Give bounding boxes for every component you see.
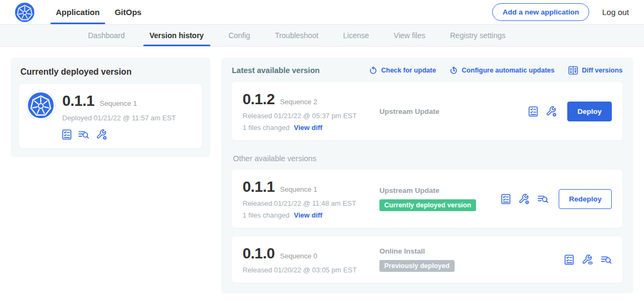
refresh-icon bbox=[369, 67, 377, 75]
available-versions-panel: Latest available version Check for updat… bbox=[221, 57, 633, 293]
released-timestamp: Released 01/21/22 @ 05:37 pm EST bbox=[243, 112, 379, 120]
config-gear-icon[interactable] bbox=[546, 106, 557, 117]
version-source-label: Upstream Update bbox=[379, 186, 496, 194]
preflight-checklist-icon[interactable] bbox=[529, 106, 538, 117]
version-number: 0.1.0 bbox=[243, 245, 275, 262]
version-number: 0.1.1 bbox=[243, 178, 275, 196]
redeploy-button[interactable]: Redeploy bbox=[559, 189, 612, 209]
sequence-label: Sequence 0 bbox=[280, 252, 317, 260]
preflight-checklist-icon[interactable] bbox=[62, 129, 71, 140]
tab-gitops[interactable]: GitOps bbox=[107, 0, 149, 24]
tab-troubleshoot[interactable]: Troubleshoot bbox=[267, 25, 326, 46]
tab-registry-settings[interactable]: Registry settings bbox=[442, 25, 513, 46]
sequence-label: Sequence 1 bbox=[280, 185, 317, 193]
version-card-0-1-1: 0.1.1 Sequence 1 Released 01/21/22 @ 11:… bbox=[232, 170, 623, 228]
app-header: Application GitOps Add a new application… bbox=[0, 0, 644, 25]
version-source-label: Upstream Update bbox=[379, 107, 523, 116]
app-subnav: Dashboard Version history Config Trouble… bbox=[0, 25, 644, 47]
diff-versions-link[interactable]: Diff versions bbox=[568, 66, 623, 75]
deploy-logs-icon[interactable] bbox=[78, 130, 89, 139]
tab-license[interactable]: License bbox=[335, 25, 376, 46]
currently-deployed-title: Currently deployed version bbox=[20, 67, 202, 77]
schedule-icon bbox=[450, 67, 458, 75]
deploy-button[interactable]: Deploy bbox=[567, 102, 612, 121]
tab-config[interactable]: Config bbox=[221, 25, 258, 46]
preflight-checklist-icon[interactable] bbox=[501, 194, 510, 204]
sequence-label: Sequence 2 bbox=[280, 98, 317, 106]
tab-application[interactable]: Application bbox=[48, 0, 107, 24]
logout-button[interactable]: Log out bbox=[602, 8, 629, 17]
tab-view-files[interactable]: View files bbox=[386, 25, 433, 46]
version-number: 0.1.2 bbox=[243, 91, 275, 108]
version-source-label: Online Install bbox=[379, 247, 559, 255]
deploy-logs-icon[interactable] bbox=[601, 255, 612, 264]
deployed-timestamp: Deployed 01/21/22 @ 11:57 am EST bbox=[62, 114, 176, 122]
other-versions-heading: Other available versions bbox=[233, 154, 621, 163]
preflight-checklist-icon[interactable] bbox=[565, 255, 574, 265]
version-card-0-1-0: 0.1.0 Sequence 0 Released 01/20/22 @ 03:… bbox=[232, 236, 623, 283]
tab-dashboard[interactable]: Dashboard bbox=[80, 25, 133, 46]
tab-version-history[interactable]: Version history bbox=[142, 25, 211, 46]
configure-automatic-updates-link[interactable]: Configure automatic updates bbox=[450, 67, 554, 75]
check-for-update-link[interactable]: Check for update bbox=[369, 67, 436, 75]
files-changed-label: 1 files changed bbox=[243, 124, 289, 132]
diff-icon bbox=[568, 66, 578, 75]
deploy-logs-icon[interactable] bbox=[538, 194, 548, 204]
version-card-0-1-2: 0.1.2 Sequence 2 Released 01/21/22 @ 05:… bbox=[232, 82, 623, 140]
deployed-version-card: 0.1.1 Sequence 1 Deployed 01/21/22 @ 11:… bbox=[19, 84, 202, 148]
add-application-button[interactable]: Add a new application bbox=[492, 3, 589, 21]
files-changed-label: 1 files changed bbox=[243, 211, 289, 219]
deployed-sequence-label: Sequence 1 bbox=[100, 99, 137, 107]
previously-deployed-badge: Previously deployed bbox=[379, 260, 455, 272]
currently-deployed-panel: Currently deployed version 0.1.1 Sequenc… bbox=[11, 57, 210, 157]
view-diff-link[interactable]: View diff bbox=[294, 124, 322, 132]
app-icon bbox=[28, 92, 54, 118]
config-gear-icon[interactable] bbox=[518, 193, 530, 205]
config-gear-icon[interactable] bbox=[96, 129, 107, 140]
released-timestamp: Released 01/20/22 @ 03:05 pm EST bbox=[243, 266, 379, 274]
currently-deployed-badge: Currently deployed version bbox=[379, 199, 476, 211]
view-diff-link[interactable]: View diff bbox=[294, 211, 322, 219]
config-view-icon[interactable] bbox=[582, 254, 593, 265]
latest-available-heading: Latest available version bbox=[232, 66, 320, 75]
deployed-version-number: 0.1.1 bbox=[62, 92, 94, 110]
released-timestamp: Released 01/21/22 @ 11:48 am EST bbox=[243, 199, 379, 207]
kubernetes-logo bbox=[15, 0, 34, 24]
